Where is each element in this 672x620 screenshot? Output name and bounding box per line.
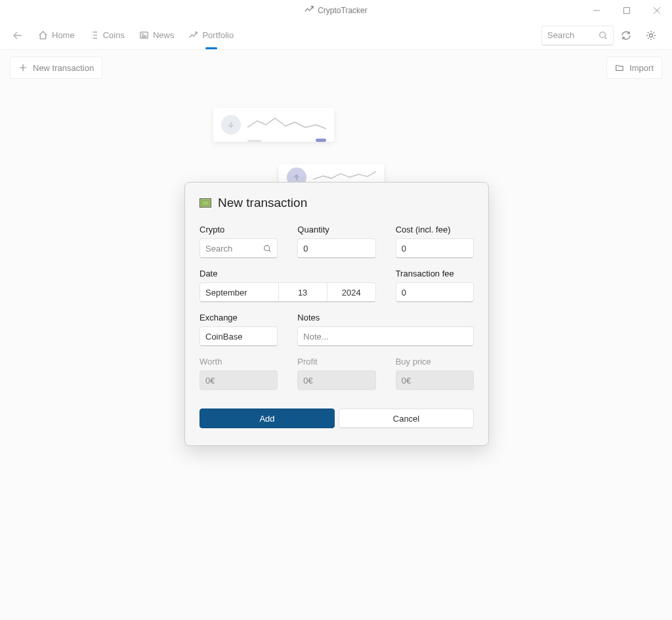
nav-home[interactable]: Home: [33, 26, 80, 44]
folder-icon: [615, 63, 624, 72]
dialog-header: New transaction: [200, 196, 474, 210]
date-month-input[interactable]: September: [200, 282, 279, 302]
plus-icon: [18, 63, 28, 72]
field-label: Transaction fee: [396, 269, 474, 278]
input-placeholder: Search: [205, 244, 263, 254]
cancel-button[interactable]: Cancel: [339, 409, 474, 428]
notes-input[interactable]: Note...: [297, 326, 474, 346]
new-transaction-dialog: New transaction Crypto Search Quantity 0…: [184, 182, 489, 446]
gear-icon: [646, 30, 656, 41]
button-label: New transaction: [33, 63, 94, 73]
date-year-input[interactable]: 2024: [327, 282, 376, 302]
cost-input[interactable]: 0: [396, 238, 474, 258]
field-label: Buy price: [396, 357, 474, 366]
field-label: Profit: [297, 357, 375, 366]
fee-field: Transaction fee 0: [396, 269, 474, 302]
svg-point-3: [650, 33, 653, 37]
add-button[interactable]: Add: [200, 409, 335, 428]
nav-search-input[interactable]: Search: [541, 26, 614, 45]
notes-field: Notes Note...: [297, 313, 474, 346]
content-area: New transaction Import New transaction: [0, 50, 672, 620]
fee-input[interactable]: 0: [396, 282, 474, 302]
quantity-field: Quantity 0: [297, 225, 375, 258]
titlebar: CryptoTracker: [0, 0, 672, 21]
profit-field: Profit 0€: [297, 357, 375, 390]
arrow-down-icon: [221, 115, 241, 135]
nav-coins[interactable]: Coins: [84, 26, 130, 44]
exchange-input[interactable]: CoinBase: [200, 326, 278, 346]
button-label: Import: [629, 63, 654, 73]
refresh-button[interactable]: [614, 26, 639, 45]
quantity-input[interactable]: 0: [297, 238, 375, 258]
nav-label: Portfolio: [202, 30, 234, 40]
app-trend-icon: [304, 5, 314, 16]
dialog-title: New transaction: [218, 196, 307, 210]
nav-label: News: [153, 30, 175, 40]
sparkline-icon: [313, 169, 376, 183]
buyprice-field: Buy price 0€: [396, 357, 474, 390]
money-icon: [200, 198, 211, 208]
svg-point-2: [600, 32, 606, 37]
field-label: Exchange: [200, 313, 278, 322]
search-placeholder: Search: [547, 30, 598, 40]
sparkline-icon: [247, 116, 326, 131]
field-label: Notes: [297, 313, 474, 322]
crypto-field: Crypto Search: [200, 225, 278, 258]
cost-field: Cost (incl. fee) 0: [396, 225, 474, 258]
empty-state-card-down: [213, 108, 334, 142]
buyprice-value: 0€: [396, 370, 474, 390]
field-label: Quantity: [297, 225, 375, 234]
profit-value: 0€: [297, 370, 375, 390]
nav-label: Home: [52, 30, 75, 40]
navbar: Home Coins News Portfolio Search: [0, 21, 672, 50]
import-button[interactable]: Import: [606, 56, 662, 79]
toolbar: New transaction Import: [0, 50, 672, 85]
field-label: Crypto: [200, 225, 278, 234]
svg-rect-0: [624, 8, 630, 14]
back-button[interactable]: [9, 26, 27, 45]
window-minimize-button[interactable]: [581, 0, 612, 21]
worth-field: Worth 0€: [200, 357, 278, 390]
worth-value: 0€: [200, 370, 278, 390]
refresh-icon: [621, 30, 631, 41]
field-label: Cost (incl. fee): [396, 225, 474, 234]
date-day-input[interactable]: 13: [279, 282, 327, 302]
field-label: Date: [200, 269, 376, 278]
window-close-button[interactable]: [642, 0, 672, 21]
search-icon: [263, 244, 272, 253]
nav-portfolio[interactable]: Portfolio: [183, 26, 239, 44]
field-label: Worth: [200, 357, 278, 366]
crypto-search-input[interactable]: Search: [200, 238, 278, 258]
search-icon: [598, 31, 608, 40]
svg-point-4: [264, 245, 270, 250]
date-field: Date September 13 2024: [200, 269, 376, 302]
nav-news[interactable]: News: [134, 26, 180, 44]
settings-button[interactable]: [639, 26, 663, 45]
window-maximize-button[interactable]: [612, 0, 642, 21]
new-transaction-button[interactable]: New transaction: [10, 56, 102, 79]
nav-label: Coins: [103, 30, 125, 40]
app-title: CryptoTracker: [318, 6, 368, 15]
exchange-field: Exchange CoinBase: [200, 313, 278, 346]
